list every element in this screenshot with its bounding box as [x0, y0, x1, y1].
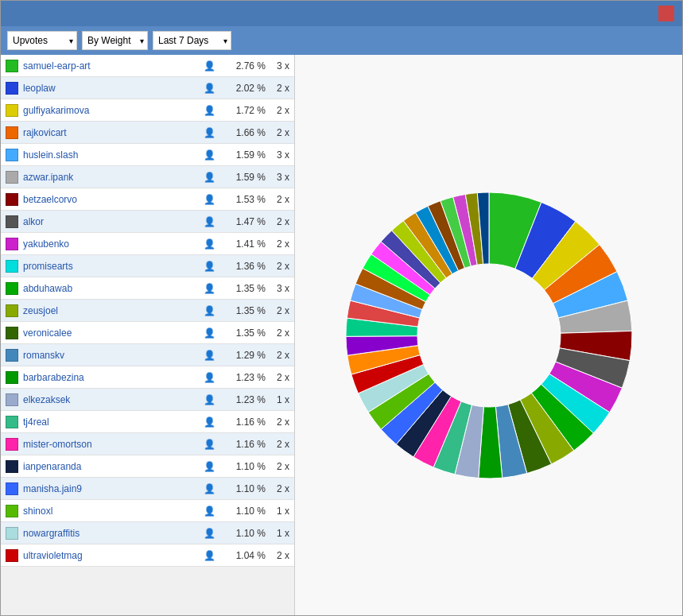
list-item: barbarabezina👤1.23 %2 x [1, 366, 294, 389]
user-icon: 👤 [204, 283, 215, 294]
color-indicator [6, 460, 18, 473]
user-icon: 👤 [204, 172, 215, 183]
list-item: veronicalee👤1.35 %2 x [1, 322, 294, 344]
color-indicator [6, 193, 18, 206]
color-indicator [6, 482, 18, 495]
title-bar [1, 1, 682, 26]
vote-count: 2 x [266, 305, 289, 316]
color-indicator [6, 104, 18, 117]
list-item: mister-omortson👤1.16 %2 x [1, 433, 294, 455]
list-item: yakubenko👤1.41 %2 x [1, 233, 294, 255]
user-name-link[interactable]: elkezaksek [23, 394, 204, 405]
vote-percentage: 1.53 % [222, 194, 266, 205]
user-icon: 👤 [204, 194, 215, 205]
user-name-link[interactable]: yakubenko [23, 238, 204, 250]
vote-percentage: 1.10 % [222, 528, 266, 539]
vote-percentage: 1.16 % [222, 439, 266, 450]
user-icon: 👤 [204, 238, 215, 250]
user-name-link[interactable]: barbarabezina [23, 372, 204, 383]
color-indicator [6, 549, 18, 562]
vote-percentage: 1.59 % [222, 149, 266, 161]
time-range-select[interactable]: Last 7 Days Last 30 Days All Time [153, 31, 231, 50]
user-icon: 👤 [204, 305, 215, 316]
user-name-link[interactable]: manisha.jain9 [23, 483, 204, 494]
color-indicator [6, 349, 18, 362]
color-indicator [6, 527, 18, 540]
vote-count: 2 x [266, 194, 289, 205]
vote-percentage: 1.23 % [222, 394, 266, 405]
vote-type-select[interactable]: Upvotes Downvotes All Votes [7, 31, 77, 50]
user-name-link[interactable]: romanskv [23, 350, 204, 361]
list-item: ianpenaranda👤1.10 %2 x [1, 455, 294, 478]
user-name-link[interactable]: ianpenaranda [23, 461, 204, 472]
vote-percentage: 1.47 % [222, 216, 266, 227]
list-item: alkor👤1.47 %2 x [1, 211, 294, 233]
color-indicator [6, 126, 18, 139]
vote-percentage: 1.35 % [222, 283, 266, 294]
user-name-link[interactable]: samuel-earp-art [23, 60, 204, 72]
color-indicator [6, 238, 18, 250]
color-indicator [6, 149, 18, 161]
color-indicator [6, 171, 18, 184]
vote-count: 2 x [266, 238, 289, 250]
user-icon: 👤 [204, 372, 215, 383]
vote-count: 2 x [266, 261, 289, 272]
vote-percentage: 1.04 % [222, 550, 266, 561]
user-name-link[interactable]: azwar.ipank [23, 172, 204, 183]
user-name-link[interactable]: tj4real [23, 416, 204, 428]
vote-count: 2 x [266, 372, 289, 383]
user-icon: 👤 [204, 439, 215, 450]
vote-count: 3 x [266, 283, 289, 294]
list-item: rajkovicart👤1.66 %2 x [1, 122, 294, 144]
vote-count: 3 x [266, 60, 289, 72]
user-name-link[interactable]: alkor [23, 216, 204, 227]
user-name-link[interactable]: shinoxl [23, 506, 204, 517]
vote-count: 2 x [266, 483, 289, 494]
user-name-link[interactable]: abduhawab [23, 283, 204, 294]
vote-count: 2 x [266, 416, 289, 428]
vote-type-wrap: Upvotes Downvotes All Votes [7, 31, 77, 50]
color-indicator [6, 393, 18, 406]
sort-by-select[interactable]: By Weight By Count By Name [82, 31, 148, 50]
user-icon: 👤 [204, 461, 215, 472]
list-item: samuel-earp-art👤2.76 %3 x [1, 55, 294, 77]
list-item: manisha.jain9👤1.10 %2 x [1, 478, 294, 500]
user-icon: 👤 [204, 506, 215, 517]
color-indicator [6, 371, 18, 384]
list-item: elkezaksek👤1.23 %1 x [1, 389, 294, 411]
chart-panel [295, 55, 682, 615]
user-name-link[interactable]: nowargraffitis [23, 528, 204, 539]
list-scroll[interactable]: samuel-earp-art👤2.76 %3 xleoplaw👤2.02 %2… [1, 55, 294, 615]
content-area: samuel-earp-art👤2.76 %3 xleoplaw👤2.02 %2… [1, 55, 682, 615]
vote-percentage: 1.10 % [222, 506, 266, 517]
vote-count: 1 x [266, 528, 289, 539]
user-icon: 👤 [204, 261, 215, 272]
vote-percentage: 1.59 % [222, 172, 266, 183]
vote-count: 2 x [266, 327, 289, 339]
user-name-link[interactable]: rajkovicart [23, 127, 204, 138]
toolbar: Upvotes Downvotes All Votes By Weight By… [1, 26, 682, 55]
user-icon: 👤 [204, 60, 215, 72]
close-button[interactable] [658, 6, 674, 21]
user-name-link[interactable]: leoplaw [23, 83, 204, 94]
user-icon: 👤 [204, 105, 215, 116]
user-name-link[interactable]: betzaelcorvo [23, 194, 204, 205]
user-name-link[interactable]: zeusjoel [23, 305, 204, 316]
color-indicator [6, 282, 18, 295]
list-item: promisearts👤1.36 %2 x [1, 255, 294, 277]
user-name-link[interactable]: gulfiyakarimova [23, 105, 204, 116]
user-name-link[interactable]: huslein.slash [23, 149, 204, 161]
user-icon: 👤 [204, 394, 215, 405]
donut-chart [330, 176, 648, 494]
color-indicator [6, 82, 18, 95]
color-indicator [6, 438, 18, 451]
vote-percentage: 1.10 % [222, 461, 266, 472]
user-name-link[interactable]: veronicalee [23, 327, 204, 339]
vote-percentage: 2.02 % [222, 83, 266, 94]
user-name-link[interactable]: mister-omortson [23, 439, 204, 450]
user-name-link[interactable]: promisearts [23, 261, 204, 272]
list-item: azwar.ipank👤1.59 %3 x [1, 166, 294, 188]
list-item: huslein.slash👤1.59 %3 x [1, 144, 294, 166]
vote-percentage: 1.16 % [222, 416, 266, 428]
user-name-link[interactable]: ultravioletmag [23, 550, 204, 561]
